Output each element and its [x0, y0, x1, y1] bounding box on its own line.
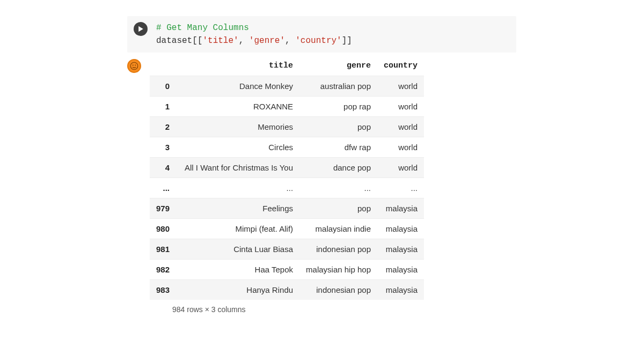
code-string: 'genre': [249, 36, 285, 46]
svg-marker-0: [138, 26, 143, 32]
play-icon: [138, 26, 144, 32]
col-header-title: title: [178, 56, 299, 76]
cell-country: world: [377, 117, 424, 137]
row-index: 2: [150, 117, 178, 137]
cell-title: Cinta Luar Biasa: [178, 239, 299, 260]
code-input-cell: # Get Many Columns dataset[['title', 'ge…: [127, 16, 516, 53]
table-row: 3Circlesdfw rapworld: [150, 137, 424, 158]
table-row: 4All I Want for Christmas Is Youdance po…: [150, 158, 424, 178]
cell-genre: ...: [299, 178, 377, 198]
row-index: 979: [150, 198, 178, 219]
code-token: ,: [285, 36, 295, 46]
cell-genre: australian pop: [299, 76, 377, 97]
cell-country: malaysia: [377, 260, 424, 280]
code-string: 'country': [295, 36, 341, 46]
cell-title: Haa Tepok: [178, 260, 299, 280]
table-row: 0Dance Monkeyaustralian popworld: [150, 76, 424, 97]
cell-title: ROXANNE: [178, 97, 299, 117]
svg-point-3: [135, 65, 136, 66]
svg-point-2: [133, 65, 134, 66]
notebook-cell: # Get Many Columns dataset[['title', 'ge…: [127, 16, 516, 314]
table-row: 979Feelingspopmalaysia: [150, 198, 424, 219]
row-index: 3: [150, 137, 178, 158]
code-token: ,: [239, 36, 249, 46]
code-token: dataset[[: [156, 36, 202, 46]
cell-genre: indonesian pop: [299, 280, 377, 300]
cell-title: Dance Monkey: [178, 76, 299, 97]
cell-title: Circles: [178, 137, 299, 158]
cell-genre: malaysian indie: [299, 219, 377, 239]
code-source[interactable]: # Get Many Columns dataset[['title', 'ge…: [156, 21, 352, 47]
table-header-row: title genre country: [150, 56, 424, 76]
table-row: 980Mimpi (feat. Alif)malaysian indiemala…: [150, 219, 424, 239]
row-index: 981: [150, 239, 178, 260]
cell-genre: dfw rap: [299, 137, 377, 158]
dataframe-table: title genre country 0Dance Monkeyaustral…: [150, 56, 424, 300]
cell-genre: indonesian pop: [299, 239, 377, 260]
table-row: ............: [150, 178, 424, 198]
cell-country: world: [377, 76, 424, 97]
col-header-genre: genre: [299, 56, 377, 76]
cell-genre: dance pop: [299, 158, 377, 178]
row-index: ...: [150, 178, 178, 198]
cell-country: world: [377, 158, 424, 178]
cell-country: malaysia: [377, 239, 424, 260]
cell-country: ...: [377, 178, 424, 198]
table-row: 982Haa Tepokmalaysian hip hopmalaysia: [150, 260, 424, 280]
col-header-country: country: [377, 56, 424, 76]
cell-title: Memories: [178, 117, 299, 137]
row-index: 983: [150, 280, 178, 300]
cell-title: Hanya Rindu: [178, 280, 299, 300]
table-row: 1ROXANNEpop rapworld: [150, 97, 424, 117]
cell-genre: pop: [299, 198, 377, 219]
table-corner-cell: [150, 56, 178, 76]
cell-title: ...: [178, 178, 299, 198]
cell-country: malaysia: [377, 198, 424, 219]
dataframe-wrapper: title genre country 0Dance Monkeyaustral…: [150, 56, 424, 314]
row-index: 4: [150, 158, 178, 178]
cell-title: All I Want for Christmas Is You: [178, 158, 299, 178]
output-avatar-icon: [127, 59, 141, 73]
cell-country: world: [377, 97, 424, 117]
cell-genre: malaysian hip hop: [299, 260, 377, 280]
dataframe-shape-caption: 984 rows × 3 columns: [172, 305, 424, 314]
code-token: ]]: [342, 36, 352, 46]
cell-genre: pop: [299, 117, 377, 137]
svg-point-1: [130, 62, 138, 70]
code-string: 'title': [202, 36, 238, 46]
table-row: 2Memoriespopworld: [150, 117, 424, 137]
cell-country: world: [377, 137, 424, 158]
row-index: 982: [150, 260, 178, 280]
table-row: 981Cinta Luar Biasaindonesian popmalaysi…: [150, 239, 424, 260]
cell-country: malaysia: [377, 219, 424, 239]
row-index: 0: [150, 76, 178, 97]
cell-country: malaysia: [377, 280, 424, 300]
cell-genre: pop rap: [299, 97, 377, 117]
row-index: 1: [150, 97, 178, 117]
table-row: 983Hanya Rinduindonesian popmalaysia: [150, 280, 424, 300]
code-comment: # Get Many Columns: [156, 23, 249, 33]
run-cell-button[interactable]: [134, 22, 148, 36]
row-index: 980: [150, 219, 178, 239]
cell-title: Mimpi (feat. Alif): [178, 219, 299, 239]
cell-output: title genre country 0Dance Monkeyaustral…: [127, 56, 516, 314]
cell-title: Feelings: [178, 198, 299, 219]
